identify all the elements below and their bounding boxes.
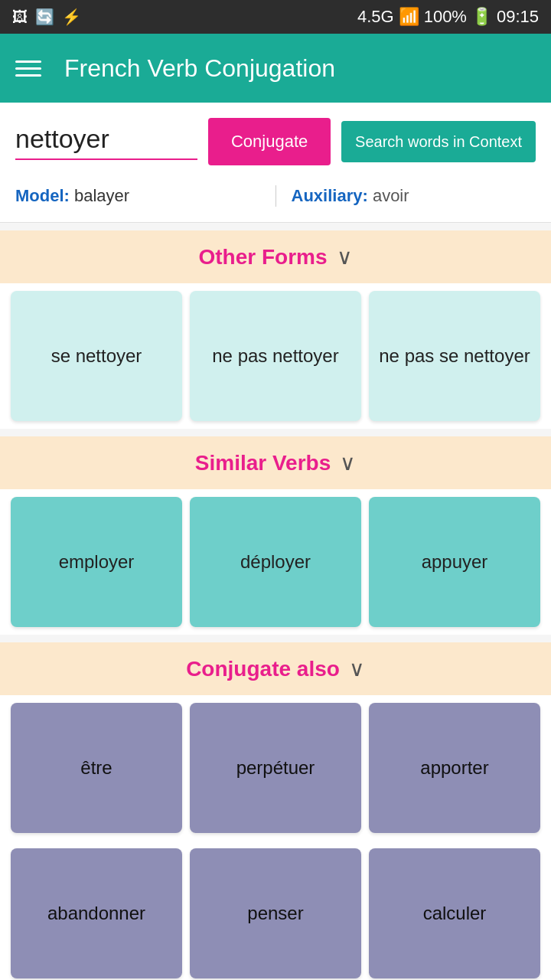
other-forms-chevron: ∨: [337, 244, 353, 270]
app-title: French Verb Conjugation: [64, 54, 335, 83]
conjugate-also-label: Conjugate also: [186, 657, 340, 681]
other-form-card-1[interactable]: se nettoyer: [11, 291, 182, 421]
network-indicator: 4.5G: [357, 7, 394, 27]
search-input-container: [15, 124, 197, 160]
similar-verb-card-3[interactable]: appuyer: [369, 497, 540, 627]
hamburger-menu-button[interactable]: [15, 60, 41, 77]
similar-verbs-section: Similar Verbs ∨ employer déployer appuye…: [0, 436, 551, 635]
conjugate-also-card-5[interactable]: penser: [190, 848, 361, 978]
similar-verbs-chevron: ∨: [340, 450, 356, 475]
signal-bars: 📶: [399, 7, 419, 27]
vertical-divider: [276, 185, 276, 207]
other-form-card-3[interactable]: ne pas se nettoyer: [369, 291, 540, 421]
clock: 09:15: [497, 7, 539, 27]
similar-verb-card-2[interactable]: déployer: [190, 497, 361, 627]
other-forms-header[interactable]: Other Forms ∨: [0, 230, 551, 283]
search-context-button[interactable]: Search words in Context: [341, 121, 536, 162]
conjugate-also-header[interactable]: Conjugate also ∨: [0, 642, 551, 695]
search-area: Conjugate Search words in Context: [0, 103, 551, 173]
model-label: Model:: [15, 186, 70, 205]
conjugate-also-card-1[interactable]: être: [11, 703, 182, 833]
conjugate-also-chevron: ∨: [349, 656, 365, 681]
conjugate-also-card-2[interactable]: perpétuer: [190, 703, 361, 833]
conjugate-also-section: Conjugate also ∨ être perpétuer apporter…: [0, 642, 551, 980]
conjugate-also-card-4[interactable]: abandonner: [11, 848, 182, 978]
other-forms-cards: se nettoyer ne pas nettoyer ne pas se ne…: [0, 283, 551, 429]
model-value: balayer: [74, 186, 129, 205]
conjugate-also-card-6[interactable]: calculer: [369, 848, 540, 978]
battery-indicator: 100%: [424, 7, 467, 27]
app-bar: French Verb Conjugation: [0, 34, 551, 103]
conjugate-also-card-3[interactable]: apporter: [369, 703, 540, 833]
model-aux-row: Model: balayer Auxiliary: avoir: [0, 173, 551, 223]
similar-verbs-cards: employer déployer appuyer: [0, 489, 551, 635]
battery-icon: 🔋: [471, 7, 492, 27]
similar-verb-card-1[interactable]: employer: [11, 497, 182, 627]
bolt-icon: ⚡: [62, 8, 81, 26]
auxiliary-info: Auxiliary: avoir: [292, 186, 536, 206]
model-info: Model: balayer: [15, 186, 260, 206]
conjugate-button[interactable]: Conjugate: [208, 118, 331, 165]
auxiliary-label: Auxiliary:: [292, 186, 368, 205]
conjugate-also-row2: abandonner penser calculer: [0, 841, 551, 980]
conjugate-also-row1: être perpétuer apporter: [0, 695, 551, 841]
similar-verbs-header[interactable]: Similar Verbs ∨: [0, 436, 551, 489]
other-forms-label: Other Forms: [198, 245, 327, 270]
search-input[interactable]: [15, 124, 197, 154]
auxiliary-value: avoir: [373, 186, 409, 205]
other-forms-section: Other Forms ∨ se nettoyer ne pas nettoye…: [0, 230, 551, 429]
image-icon: 🖼: [12, 8, 28, 26]
sync-icon: 🔄: [35, 8, 54, 26]
similar-verbs-label: Similar Verbs: [195, 451, 331, 475]
status-bar: 🖼 🔄 ⚡ 4.5G 📶 100% 🔋 09:15: [0, 0, 551, 34]
other-form-card-2[interactable]: ne pas nettoyer: [190, 291, 361, 421]
